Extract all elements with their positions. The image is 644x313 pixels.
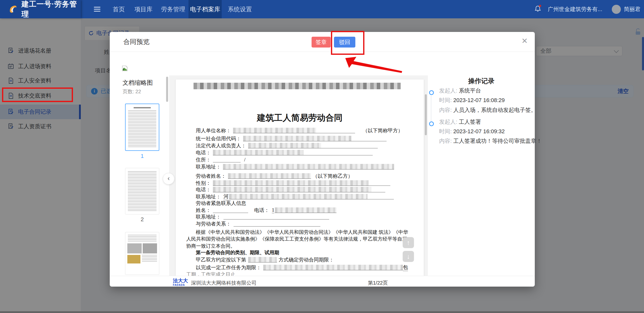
record-time: 2023-12-07 16:08:29 xyxy=(453,97,505,103)
nav-settings[interactable]: 系统设置 xyxy=(225,0,255,18)
scroll-down-button[interactable]: ↓ xyxy=(403,251,414,262)
app-title: 建工一号·劳务管理 xyxy=(21,0,81,19)
company-switcher[interactable]: 广州世金建筑劳务有... xyxy=(548,6,602,13)
contract-preview-modal: 合同预览 签章 驳回 ✕ 文档缩略图 页数: 22 1 2 ‹ xyxy=(110,32,535,287)
operation-records-panel: 操作记录 发起人: 系统平台 时间: 2023-12-07 16:08:29 内… xyxy=(428,52,535,276)
nav-labor[interactable]: 劳务管理 xyxy=(158,0,188,18)
footer-company: 深圳法大大网络科技有限公司 xyxy=(191,280,256,286)
annotation-box-sidebar xyxy=(2,87,73,102)
records-title: 操作记录 xyxy=(428,77,535,85)
record-initiator: 工人签署 xyxy=(459,119,481,125)
stamp-button[interactable]: 签章 xyxy=(312,37,331,48)
thumbnail-label-1: 1 xyxy=(125,153,159,159)
broken-image-icon xyxy=(122,65,128,71)
scroll-up-button[interactable]: ↑ xyxy=(403,237,414,248)
page-thumbnail-3[interactable] xyxy=(125,232,159,275)
avatar[interactable] xyxy=(612,5,621,14)
modal-title: 合同预览 xyxy=(123,37,149,46)
username[interactable]: 简丽君 xyxy=(624,6,640,13)
timeline-node xyxy=(429,90,434,95)
contract-title: 建筑工人简易劳动合同 xyxy=(176,112,424,124)
annotation-arrow xyxy=(337,53,410,77)
close-icon[interactable]: ✕ xyxy=(521,36,528,45)
record-content: 人员入场，系统自动发起电子签。 xyxy=(453,107,536,113)
annotation-box-reject xyxy=(331,31,364,55)
document-scrollbar[interactable] xyxy=(425,94,427,135)
thumbnail-page-count: 页数: 22 xyxy=(123,88,141,95)
record-initiator: 系统平台 xyxy=(459,87,481,94)
collapse-thumbnails-button[interactable]: ‹ xyxy=(163,173,174,185)
nav-home[interactable]: 首页 xyxy=(110,0,128,18)
page-thumbnail-2[interactable] xyxy=(125,168,159,214)
top-navbar: 建工一号·劳务管理 首页 项目库 劳务管理 电子档案库 系统设置 广州世金建筑劳… xyxy=(0,0,644,18)
chevron-left-icon: ‹ xyxy=(168,174,170,182)
record-content: 工人签署成功！等待公司审批盖章！ xyxy=(453,138,542,144)
arrow-up-icon: ↑ xyxy=(407,239,410,247)
document-viewer: 建筑工人简易劳动合同 用人单位名称：（以下简称甲方） 统一社会信用代码： 法定代… xyxy=(169,75,428,276)
app-logo-icon xyxy=(8,4,18,15)
timeline-connector xyxy=(431,96,431,121)
brand-area: 建工一号·劳务管理 xyxy=(0,0,81,18)
nav-projects[interactable]: 项目库 xyxy=(131,0,156,18)
record-time: 2023-12-07 16:09:32 xyxy=(453,128,505,135)
fadada-logo: 法大大FADADA xyxy=(173,278,188,287)
collapse-menu-icon[interactable] xyxy=(90,0,104,18)
page-indicator: 第1/22页 xyxy=(368,280,388,286)
thumbnail-scrollbar[interactable] xyxy=(166,77,168,102)
contract-page: 建筑工人简易劳动合同 用人单位名称：（以下简称甲方） 统一社会信用代码： 法定代… xyxy=(176,79,424,276)
nav-earchive[interactable]: 电子档案库 xyxy=(188,0,222,18)
timeline-node xyxy=(429,121,434,126)
thumbnail-panel-title: 文档缩略图 xyxy=(123,79,153,87)
page-thumbnail-1[interactable] xyxy=(125,104,159,151)
thumbnail-label-2: 2 xyxy=(125,216,159,223)
notification-bell-icon[interactable] xyxy=(534,5,541,14)
arrow-down-icon: ↓ xyxy=(407,253,410,260)
redacted-header-blur xyxy=(194,83,401,89)
